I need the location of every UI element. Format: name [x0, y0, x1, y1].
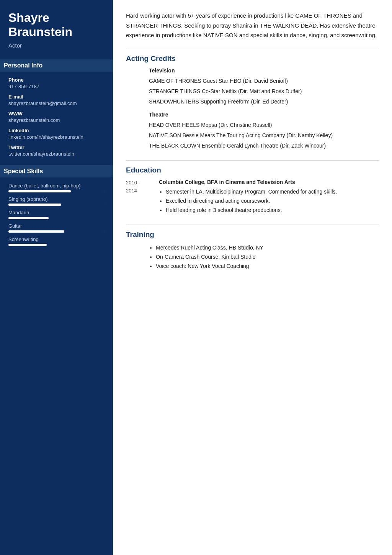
twitter-value: twitter.com/shayrezbraunstein	[8, 151, 105, 157]
linkedin-label: LinkedIn	[8, 128, 105, 133]
skill-name: Mandarin	[8, 210, 105, 215]
email-value: shayrezbraunstein@gmail.com	[8, 100, 105, 106]
skill-bar-dark	[61, 204, 105, 206]
edu-content: Columbia College, BFA in Cinema and Tele…	[159, 179, 337, 215]
tv-credit-row: GAME OF THRONES Guest Star HBO (Dir. Dav…	[149, 77, 379, 85]
sidebar: Shayre Braunstein Actor Personal Info Ph…	[0, 0, 113, 555]
skill-bar-dark	[47, 244, 105, 246]
education-title: Education	[126, 166, 379, 174]
training-bullet: On-Camera Crash Course, Kimball Studio	[156, 253, 379, 262]
acting-credits-title: Acting Credits	[126, 54, 379, 63]
skill-name: Dance (ballet, ballroom, hip-hop)	[8, 183, 105, 189]
phone-value: 917-859-7187	[8, 84, 105, 89]
edu-bullet: Excelled in directing and acting coursew…	[166, 197, 337, 206]
email-label: E-mail	[8, 94, 105, 100]
education-section: Education 2010 - 2014Columbia College, B…	[126, 160, 379, 215]
linkedin-value: linkedin.com/in/shayrezbraunstein	[8, 134, 105, 140]
theatre-label: Theatre	[149, 112, 379, 118]
credits-sub: Television GAME OF THRONES Guest Star HB…	[149, 67, 379, 151]
candidate-name: Shayre Braunstein	[8, 11, 105, 39]
theatre-credits-list: HEAD OVER HEELS Mopsa (Dir. Christine Ru…	[149, 121, 379, 150]
skill-bar-bg	[8, 204, 105, 206]
television-label: Television	[149, 67, 379, 74]
tv-credits-list: GAME OF THRONES Guest Star HBO (Dir. Dav…	[149, 77, 379, 106]
phone-label: Phone	[8, 77, 105, 83]
summary-text: Hard-working actor with 5+ years of expe…	[126, 11, 379, 40]
edu-school: Columbia College, BFA in Cinema and Tele…	[159, 179, 337, 185]
skill-bar-fill	[8, 204, 61, 206]
edu-bullet: Semester in LA, Multidisciplinary Progra…	[166, 187, 337, 197]
skill-bar-fill	[8, 244, 47, 246]
tv-credit-row: SHADOWHUNTERS Supporting Freeform (Dir. …	[149, 97, 379, 106]
skill-name: Guitar	[8, 223, 105, 229]
edu-bullet: Held leading role in 3 school theatre pr…	[166, 206, 337, 215]
acting-credits-section: Acting Credits Television GAME OF THRONE…	[126, 49, 379, 151]
training-list: Mercedes Ruehl Acting Class, HB Studio, …	[149, 243, 379, 271]
skills-heading: Special Skills	[0, 165, 113, 177]
skill-bar-dark	[64, 230, 105, 233]
main-content: Hard-working actor with 5+ years of expe…	[113, 0, 392, 555]
theatre-credit-row: NATIVE SON Bessie Mears The Touring Acti…	[149, 131, 379, 140]
www-label: WWW	[8, 111, 105, 117]
theatre-credit-row: HEAD OVER HEELS Mopsa (Dir. Christine Ru…	[149, 121, 379, 130]
edu-bullets: Semester in LA, Multidisciplinary Progra…	[159, 187, 337, 215]
education-list: 2010 - 2014Columbia College, BFA in Cine…	[126, 179, 379, 215]
skill-bar-fill	[8, 190, 71, 192]
skill-bar-dark	[49, 217, 105, 219]
training-bullet: Mercedes Ruehl Acting Class, HB Studio, …	[156, 243, 379, 253]
resume-container: Shayre Braunstein Actor Personal Info Ph…	[0, 0, 392, 555]
training-bullet: Voice coach: New York Vocal Coaching	[156, 262, 379, 271]
skill-bar-bg	[8, 217, 105, 219]
training-section: Training Mercedes Ruehl Acting Class, HB…	[126, 225, 379, 271]
skill-name: Screenwriting	[8, 236, 105, 242]
edu-row: 2010 - 2014Columbia College, BFA in Cine…	[126, 179, 379, 215]
skill-bar-fill	[8, 230, 64, 233]
skill-bar-bg	[8, 244, 105, 246]
skill-name: Singing (soprano)	[8, 196, 105, 202]
edu-dates: 2010 - 2014	[126, 179, 152, 215]
skill-bar-fill	[8, 217, 49, 219]
skills-list: Dance (ballet, ballroom, hip-hop)Singing…	[8, 183, 105, 246]
skill-bar-dark	[71, 190, 105, 192]
training-title: Training	[126, 230, 379, 239]
personal-info-heading: Personal Info	[0, 59, 113, 72]
candidate-title: Actor	[8, 42, 105, 49]
skill-bar-bg	[8, 230, 105, 233]
skill-bar-bg	[8, 190, 105, 192]
tv-credit-row: STRANGER THINGS Co-Star Netflix (Dir. Ma…	[149, 87, 379, 96]
www-value: shayrezbraunstein.com	[8, 117, 105, 123]
twitter-label: Twitter	[8, 144, 105, 150]
theatre-credit-row: THE BLACK CLOWN Ensemble Gerald Lynch Th…	[149, 141, 379, 150]
